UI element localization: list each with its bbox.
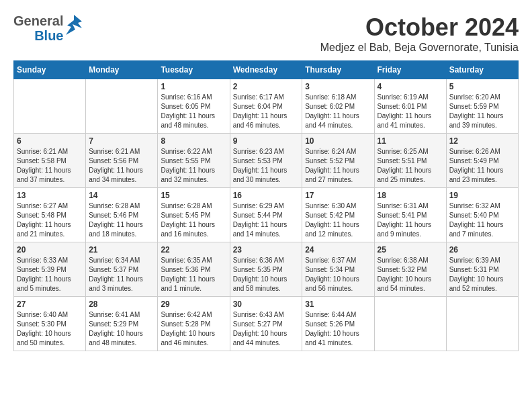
day-info: Sunrise: 6:16 AM Sunset: 6:05 PM Dayligh… <box>161 93 226 130</box>
col-tuesday: Tuesday <box>158 61 230 79</box>
day-number: 23 <box>233 245 300 255</box>
calendar-header-row: Sunday Monday Tuesday Wednesday Thursday… <box>14 61 519 79</box>
logo-blue-text: Blue <box>34 28 63 43</box>
day-number: 8 <box>161 136 226 146</box>
table-row: 30Sunrise: 6:43 AM Sunset: 5:27 PM Dayli… <box>230 297 302 351</box>
day-info: Sunrise: 6:29 AM Sunset: 5:44 PM Dayligh… <box>233 201 300 239</box>
day-number: 28 <box>89 300 154 309</box>
day-info: Sunrise: 6:19 AM Sunset: 6:01 PM Dayligh… <box>378 93 443 130</box>
table-row: 11Sunrise: 6:25 AM Sunset: 5:51 PM Dayli… <box>374 134 446 188</box>
day-number: 26 <box>449 245 515 255</box>
calendar-table: Sunday Monday Tuesday Wednesday Thursday… <box>13 60 519 351</box>
day-number: 12 <box>449 136 515 146</box>
table-row: 2Sunrise: 6:17 AM Sunset: 6:04 PM Daylig… <box>230 79 302 134</box>
table-row: 1Sunrise: 6:16 AM Sunset: 6:05 PM Daylig… <box>158 79 230 134</box>
table-row: 6Sunrise: 6:21 AM Sunset: 5:58 PM Daylig… <box>14 134 86 188</box>
page-header: General Blue October 2024 Medjez el Bab,… <box>13 13 519 54</box>
table-row: 17Sunrise: 6:30 AM Sunset: 5:42 PM Dayli… <box>302 188 374 242</box>
day-number: 13 <box>17 191 83 200</box>
day-number: 5 <box>449 82 515 91</box>
table-row: 21Sunrise: 6:34 AM Sunset: 5:37 PM Dayli… <box>86 242 158 297</box>
day-info: Sunrise: 6:43 AM Sunset: 5:27 PM Dayligh… <box>233 310 300 348</box>
logo-general-text: General <box>13 13 63 28</box>
table-row: 23Sunrise: 6:36 AM Sunset: 5:35 PM Dayli… <box>230 242 302 297</box>
calendar-week-row: 13Sunrise: 6:27 AM Sunset: 5:48 PM Dayli… <box>14 188 519 242</box>
day-number: 10 <box>305 136 371 146</box>
day-info: Sunrise: 6:30 AM Sunset: 5:42 PM Dayligh… <box>305 201 371 239</box>
table-row: 19Sunrise: 6:32 AM Sunset: 5:40 PM Dayli… <box>446 188 518 242</box>
col-thursday: Thursday <box>302 61 374 79</box>
table-row: 31Sunrise: 6:44 AM Sunset: 5:26 PM Dayli… <box>302 297 374 351</box>
col-friday: Friday <box>374 61 446 79</box>
day-number: 29 <box>161 300 226 309</box>
month-title: October 2024 <box>320 13 519 42</box>
day-number: 20 <box>17 245 83 255</box>
day-number: 4 <box>378 82 443 91</box>
table-row: 14Sunrise: 6:28 AM Sunset: 5:46 PM Dayli… <box>86 188 158 242</box>
day-number: 22 <box>161 245 226 255</box>
day-info: Sunrise: 6:32 AM Sunset: 5:40 PM Dayligh… <box>449 201 515 239</box>
day-number: 25 <box>378 245 443 255</box>
day-number: 21 <box>89 245 154 255</box>
title-section: October 2024 Medjez el Bab, Beja Governo… <box>320 13 519 54</box>
day-number: 11 <box>378 136 443 146</box>
table-row: 24Sunrise: 6:37 AM Sunset: 5:34 PM Dayli… <box>302 242 374 297</box>
table-row <box>446 297 518 351</box>
day-info: Sunrise: 6:31 AM Sunset: 5:41 PM Dayligh… <box>378 201 443 239</box>
col-sunday: Sunday <box>14 61 86 79</box>
day-info: Sunrise: 6:35 AM Sunset: 5:36 PM Dayligh… <box>161 256 226 293</box>
day-number: 14 <box>89 191 154 200</box>
day-info: Sunrise: 6:22 AM Sunset: 5:55 PM Dayligh… <box>161 147 226 185</box>
day-number: 19 <box>449 191 515 200</box>
day-info: Sunrise: 6:17 AM Sunset: 6:04 PM Dayligh… <box>233 93 300 130</box>
day-number: 6 <box>17 136 83 146</box>
day-info: Sunrise: 6:42 AM Sunset: 5:28 PM Dayligh… <box>161 310 226 348</box>
table-row: 25Sunrise: 6:38 AM Sunset: 5:32 PM Dayli… <box>374 242 446 297</box>
col-saturday: Saturday <box>446 61 518 79</box>
table-row: 18Sunrise: 6:31 AM Sunset: 5:41 PM Dayli… <box>374 188 446 242</box>
day-number: 17 <box>305 191 371 200</box>
calendar-week-row: 6Sunrise: 6:21 AM Sunset: 5:58 PM Daylig… <box>14 134 519 188</box>
day-info: Sunrise: 6:44 AM Sunset: 5:26 PM Dayligh… <box>305 310 371 348</box>
day-info: Sunrise: 6:27 AM Sunset: 5:48 PM Dayligh… <box>17 201 83 239</box>
day-number: 27 <box>17 300 83 309</box>
day-info: Sunrise: 6:34 AM Sunset: 5:37 PM Dayligh… <box>89 256 154 293</box>
day-info: Sunrise: 6:36 AM Sunset: 5:35 PM Dayligh… <box>233 256 300 293</box>
location-title: Medjez el Bab, Beja Governorate, Tunisia <box>320 42 519 54</box>
day-info: Sunrise: 6:40 AM Sunset: 5:30 PM Dayligh… <box>17 310 83 348</box>
day-number: 9 <box>233 136 300 146</box>
col-monday: Monday <box>86 61 158 79</box>
svg-marker-0 <box>66 15 82 35</box>
day-number: 3 <box>305 82 371 91</box>
day-info: Sunrise: 6:33 AM Sunset: 5:39 PM Dayligh… <box>17 256 83 293</box>
day-info: Sunrise: 6:41 AM Sunset: 5:29 PM Dayligh… <box>89 310 154 348</box>
table-row: 3Sunrise: 6:18 AM Sunset: 6:02 PM Daylig… <box>302 79 374 134</box>
day-number: 24 <box>305 245 371 255</box>
day-info: Sunrise: 6:26 AM Sunset: 5:49 PM Dayligh… <box>449 147 515 185</box>
day-number: 18 <box>378 191 443 200</box>
table-row: 20Sunrise: 6:33 AM Sunset: 5:39 PM Dayli… <box>14 242 86 297</box>
day-info: Sunrise: 6:18 AM Sunset: 6:02 PM Dayligh… <box>305 93 371 130</box>
table-row: 29Sunrise: 6:42 AM Sunset: 5:28 PM Dayli… <box>158 297 230 351</box>
table-row: 10Sunrise: 6:24 AM Sunset: 5:52 PM Dayli… <box>302 134 374 188</box>
day-number: 1 <box>161 82 226 91</box>
day-info: Sunrise: 6:24 AM Sunset: 5:52 PM Dayligh… <box>305 147 371 185</box>
table-row: 22Sunrise: 6:35 AM Sunset: 5:36 PM Dayli… <box>158 242 230 297</box>
day-info: Sunrise: 6:20 AM Sunset: 5:59 PM Dayligh… <box>449 93 515 130</box>
table-row: 7Sunrise: 6:21 AM Sunset: 5:56 PM Daylig… <box>86 134 158 188</box>
table-row <box>14 79 86 134</box>
table-row: 8Sunrise: 6:22 AM Sunset: 5:55 PM Daylig… <box>158 134 230 188</box>
day-number: 30 <box>233 300 300 309</box>
day-info: Sunrise: 6:21 AM Sunset: 5:58 PM Dayligh… <box>17 147 83 185</box>
calendar-week-row: 27Sunrise: 6:40 AM Sunset: 5:30 PM Dayli… <box>14 297 519 351</box>
table-row: 16Sunrise: 6:29 AM Sunset: 5:44 PM Dayli… <box>230 188 302 242</box>
day-info: Sunrise: 6:23 AM Sunset: 5:53 PM Dayligh… <box>233 147 300 185</box>
day-info: Sunrise: 6:28 AM Sunset: 5:45 PM Dayligh… <box>161 201 226 239</box>
table-row: 28Sunrise: 6:41 AM Sunset: 5:29 PM Dayli… <box>86 297 158 351</box>
table-row <box>86 79 158 134</box>
logo-bird-icon <box>66 15 82 42</box>
day-number: 31 <box>305 300 371 309</box>
table-row: 26Sunrise: 6:39 AM Sunset: 5:31 PM Dayli… <box>446 242 518 297</box>
table-row: 9Sunrise: 6:23 AM Sunset: 5:53 PM Daylig… <box>230 134 302 188</box>
table-row: 13Sunrise: 6:27 AM Sunset: 5:48 PM Dayli… <box>14 188 86 242</box>
